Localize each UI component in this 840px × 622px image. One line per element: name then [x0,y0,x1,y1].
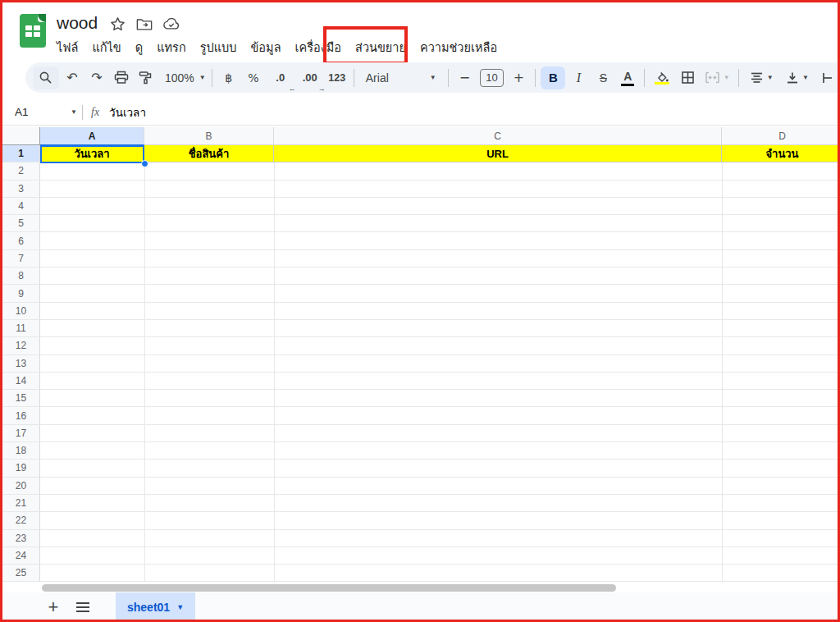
row-header-7[interactable]: 7 [2,250,40,267]
vertical-align-button[interactable]: ▼ [780,66,815,89]
grid-row-5[interactable]: 5 [2,215,840,232]
grid-row-20[interactable]: 20 [2,478,840,495]
grid-row-18[interactable]: 18 [2,442,840,460]
zoom-select[interactable]: 100%▼ [159,66,207,89]
row-header-6[interactable]: 6 [2,232,40,249]
currency-format-icon[interactable]: ฿ [217,66,240,89]
percent-format-icon[interactable]: % [242,66,265,89]
row-header-11[interactable]: 11 [2,320,40,336]
grid-row-16[interactable]: 16 [2,407,840,424]
row-header-21[interactable]: 21 [2,495,40,511]
move-folder-icon[interactable] [136,16,153,32]
grid-row-11[interactable]: 11 [2,320,840,337]
name-box[interactable]: A1▼ [2,106,77,118]
grid-body[interactable]: 1234567891011121314151617181920212223242… [2,145,840,583]
add-sheet-button[interactable]: + [39,592,68,622]
cell-A1[interactable]: วันเวลา [40,145,144,162]
redo-icon[interactable]: ↷ [85,66,108,89]
row-header-23[interactable]: 23 [2,530,40,547]
decrease-decimal-icon[interactable]: .0← [267,66,294,89]
row-header-10[interactable]: 10 [2,303,40,319]
undo-icon[interactable]: ↶ [61,66,84,89]
horizontal-scrollbar[interactable] [2,582,840,593]
sheet-tab[interactable]: sheet01 ▼ [116,592,195,622]
star-icon[interactable] [109,16,126,32]
row-header-15[interactable]: 15 [2,390,40,406]
fill-handle[interactable] [141,160,148,167]
select-all-corner[interactable] [2,127,40,145]
row-header-12[interactable]: 12 [2,337,40,354]
row-header-25[interactable]: 25 [2,565,40,581]
italic-button[interactable]: I [567,66,590,89]
grid-row-15[interactable]: 15 [2,390,840,407]
menu-help[interactable]: ความช่วยเหลือ [418,36,499,58]
formula-input[interactable]: วันเวลา [109,103,146,121]
row-header-24[interactable]: 24 [2,547,40,564]
text-color-button[interactable]: A [616,66,639,89]
cloud-saved-icon[interactable] [163,16,180,32]
grid-row-24[interactable]: 24 [2,547,840,565]
column-header-B[interactable]: B [144,127,274,145]
grid-row-2[interactable]: 2 [2,162,840,180]
grid-row-7[interactable]: 7 [2,250,840,268]
row-header-20[interactable]: 20 [2,478,40,494]
row-header-5[interactable]: 5 [2,215,40,231]
grid-row-19[interactable]: 19 [2,460,840,477]
row-header-1[interactable]: 1 [2,145,40,162]
borders-button[interactable] [676,66,699,89]
row-header-22[interactable]: 22 [2,512,40,528]
row-header-19[interactable]: 19 [2,460,40,476]
paint-format-icon[interactable] [135,66,158,89]
search-icon[interactable] [33,66,59,89]
google-sheets-logo-icon[interactable] [20,14,46,48]
row-header-18[interactable]: 18 [2,442,40,459]
row-header-17[interactable]: 17 [2,425,40,441]
decrease-font-size-button[interactable]: − [454,66,477,89]
column-header-D[interactable]: D [722,127,840,145]
strikethrough-button[interactable]: S [591,66,614,89]
menu-format[interactable]: รูปแบบ [199,36,239,58]
menu-extensions[interactable]: ส่วนขยาย [354,36,408,58]
grid-row-9[interactable]: 9 [2,285,840,302]
grid-row-6[interactable]: 6 [2,232,840,249]
grid-row-4[interactable]: 4 [2,198,840,215]
all-sheets-menu-icon[interactable] [68,592,98,622]
row-header-8[interactable]: 8 [2,268,40,284]
text-wrap-icon[interactable] [816,66,839,89]
grid-row-25[interactable]: 25 [2,565,840,582]
column-header-A[interactable]: A [40,127,144,145]
font-size-input[interactable]: 10 [480,69,504,87]
column-header-C[interactable]: C [274,127,722,145]
grid-row-23[interactable]: 23 [2,530,840,547]
grid-row-13[interactable]: 13 [2,355,840,373]
menu-insert[interactable]: แทรก [155,36,187,58]
more-formats-icon[interactable]: 123 [326,66,349,89]
grid-row-17[interactable]: 17 [2,425,840,442]
grid-row-21[interactable]: 21 [2,495,840,512]
document-title[interactable]: wood [57,13,98,33]
cell-C1[interactable]: URL [274,145,722,162]
grid-row-22[interactable]: 22 [2,512,840,529]
cell-B1[interactable]: ชื่อสินค้า [144,145,274,162]
horizontal-align-button[interactable]: ▼ [744,66,778,89]
menu-edit[interactable]: แก้ไข [90,36,122,58]
row-header-2[interactable]: 2 [2,162,40,179]
scrollbar-thumb[interactable] [42,584,616,592]
cell-D1[interactable]: จำนวน [722,145,840,162]
row-header-13[interactable]: 13 [2,355,40,372]
menu-file[interactable]: ไฟล์ [55,36,80,58]
increase-font-size-button[interactable]: + [507,66,530,89]
row-header-3[interactable]: 3 [2,181,40,197]
grid-row-10[interactable]: 10 [2,303,840,320]
menu-tools[interactable]: เครื่องมือ [294,36,344,58]
font-family-select[interactable]: Arial▼ [359,66,443,89]
menu-view[interactable]: ดู [134,36,144,58]
print-icon[interactable] [110,66,133,89]
row-header-4[interactable]: 4 [2,198,40,214]
fill-color-button[interactable] [650,66,674,89]
row-header-16[interactable]: 16 [2,407,40,423]
menu-data[interactable]: ข้อมูล [249,36,282,58]
row-header-14[interactable]: 14 [2,373,40,389]
grid-row-14[interactable]: 14 [2,373,840,390]
row-header-9[interactable]: 9 [2,285,40,301]
